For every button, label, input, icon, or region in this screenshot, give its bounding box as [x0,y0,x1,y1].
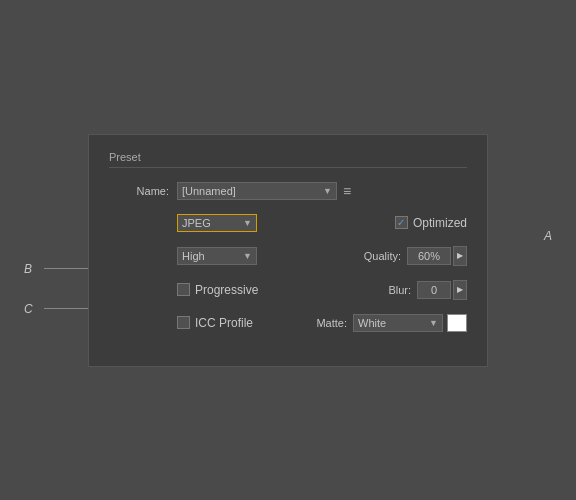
format-row: JPEG ▼ ✓ Optimized [109,214,467,232]
quality-wrap: ▶ [407,246,467,266]
icc-label: ICC Profile [195,316,253,330]
name-dropdown[interactable]: [Unnamed] ▼ [177,182,337,200]
quality-input[interactable] [407,247,451,265]
quality-increment-btn[interactable]: ▶ [453,246,467,266]
progressive-checkbox[interactable] [177,283,190,296]
panel-title: Preset [109,151,467,168]
blur-label: Blur: [388,284,411,296]
icc-checkbox[interactable] [177,316,190,329]
name-row: Name: [Unnamed] ▼ ≡ [109,182,467,200]
preset-panel: Preset Name: [Unnamed] ▼ ≡ JPEG ▼ ✓ [88,134,488,367]
format-dropdown-arrow: ▼ [243,218,252,228]
matte-dropdown[interactable]: White ▼ [353,314,443,332]
optimized-wrap: ✓ Optimized [395,216,467,230]
blur-wrap: ▶ [417,280,467,300]
quality-level-row: High ▼ Quality: ▶ [109,246,467,266]
name-label: Name: [109,185,169,197]
name-dropdown-arrow: ▼ [323,186,332,196]
optimized-label: Optimized [413,216,467,230]
progressive-wrap: Progressive [177,283,258,297]
optimized-check: ✓ [397,217,405,228]
matte-value: White [358,317,386,329]
matte-section: Matte: White ▼ [253,314,467,332]
optimized-section: ✓ Optimized [257,216,467,230]
annotation-b: B [24,262,32,276]
format-value: JPEG [182,217,211,229]
quality-level-value: High [182,250,205,262]
quality-level-dropdown[interactable]: High ▼ [177,247,257,265]
outer-wrapper: A B C Preset Name: [Unnamed] ▼ ≡ JPEG ▼ [38,134,538,367]
annotation-a: A [544,229,552,243]
blur-input[interactable] [417,281,451,299]
annotation-c: C [24,302,33,316]
preset-menu-button[interactable]: ≡ [343,183,351,199]
icc-row: ICC Profile Matte: White ▼ [109,314,467,332]
optimized-checkbox[interactable]: ✓ [395,216,408,229]
quality-level-arrow: ▼ [243,251,252,261]
icc-wrap: ICC Profile [177,316,253,330]
name-value: [Unnamed] [182,185,236,197]
quality-section: Quality: ▶ [257,246,467,266]
quality-label: Quality: [364,250,401,262]
matte-dropdown-arrow: ▼ [429,318,438,328]
progressive-label: Progressive [195,283,258,297]
progressive-row: Progressive Blur: ▶ [109,280,467,300]
blur-section: Blur: ▶ [258,280,467,300]
matte-color-swatch[interactable] [447,314,467,332]
matte-label: Matte: [316,317,347,329]
format-dropdown[interactable]: JPEG ▼ [177,214,257,232]
blur-increment-btn[interactable]: ▶ [453,280,467,300]
